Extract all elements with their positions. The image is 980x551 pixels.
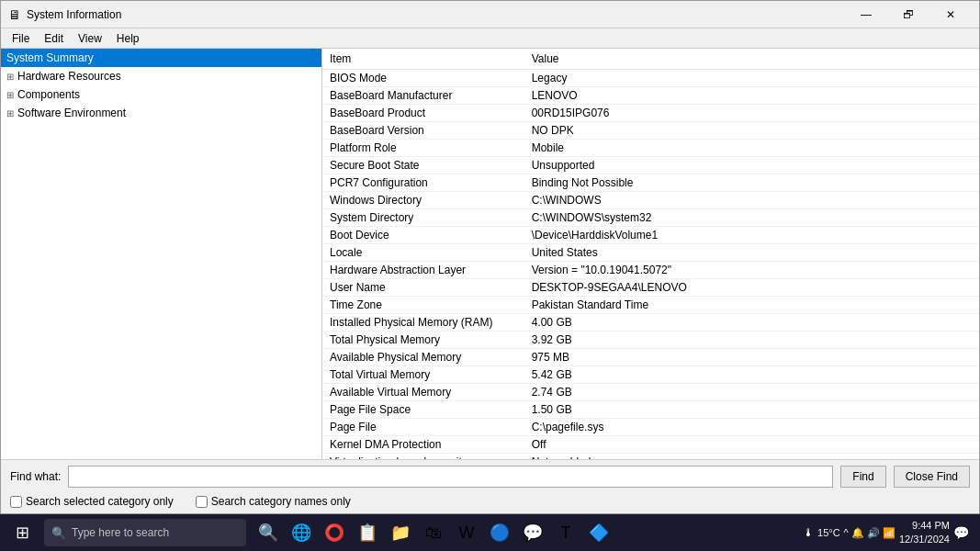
taskbar-app-chrome[interactable]: 🔵: [483, 514, 516, 551]
explorer-icon: 📁: [390, 523, 411, 543]
taskbar-time: 9:44 PM: [899, 519, 950, 533]
taskbar-app-store[interactable]: 🛍: [417, 514, 450, 551]
table-cell-item: Boot Device: [322, 227, 524, 244]
tree-item-software-environment[interactable]: ⊞Software Environment: [1, 104, 321, 122]
table-row: Total Physical Memory 3.92 GB: [322, 332, 979, 349]
opera-icon: ⭕: [324, 523, 344, 543]
taskbar-search[interactable]: 🔍 Type here to search: [44, 519, 246, 546]
taskbar-app-search[interactable]: 🔍: [252, 514, 285, 551]
taskbar-app-whatsapp[interactable]: 💬: [516, 514, 549, 551]
temperature-icon: 🌡: [803, 526, 814, 539]
find-input[interactable]: [68, 466, 833, 488]
title-bar: 🖥 System Information — 🗗 ✕: [1, 1, 979, 28]
right-panel: Item Value BIOS Mode Legacy BaseBoard Ma…: [322, 49, 979, 459]
table-cell-value: Mobile: [524, 140, 979, 157]
taskbar-app-app12[interactable]: 🔷: [582, 514, 615, 551]
tree-item-system-summary[interactable]: System Summary: [1, 49, 321, 67]
expand-icon: ⊞: [6, 108, 14, 118]
table-cell-value: Unsupported: [524, 157, 979, 174]
start-button[interactable]: ⊞: [4, 514, 40, 551]
find-bar: Find what: Find Close Find: [1, 459, 979, 493]
window-title: System Information: [27, 8, 845, 21]
close-find-button[interactable]: Close Find: [894, 466, 970, 488]
table-cell-item: BaseBoard Manufacturer: [322, 87, 524, 105]
windows-icon: ⊞: [16, 523, 29, 543]
minimize-button[interactable]: —: [845, 1, 887, 28]
taskbar-app-edge[interactable]: 🌐: [285, 514, 318, 551]
table-row: Kernel DMA Protection Off: [322, 436, 979, 454]
find-label: Find what:: [10, 470, 61, 483]
maximize-button[interactable]: 🗗: [887, 1, 929, 28]
table-cell-value: NO DPK: [524, 122, 979, 140]
table-row: System Directory C:\WINDOWS\system32: [322, 209, 979, 227]
taskbar-app-taskbar-app4[interactable]: 📋: [351, 514, 384, 551]
table-cell-item: Platform Role: [322, 140, 524, 157]
table-cell-item: Kernel DMA Protection: [322, 436, 524, 454]
temperature-text: 15°C: [817, 527, 840, 538]
search-selected-checkbox[interactable]: [10, 496, 22, 508]
table-row: Hardware Abstraction Layer Version = "10…: [322, 262, 979, 279]
taskbar-search-text: Type here to search: [72, 526, 169, 539]
table-cell-value: C:\WINDOWS\system32: [524, 209, 979, 227]
systray: 🌡 15°C ^ 🔔 🔊 📶: [803, 526, 896, 539]
table-cell-value: \Device\HarddiskVolume1: [524, 227, 979, 244]
table-row: Platform Role Mobile: [322, 140, 979, 157]
menu-item-view[interactable]: View: [71, 30, 109, 47]
table-cell-item: Available Virtual Memory: [322, 384, 524, 401]
table-cell-item: Secure Boot State: [322, 157, 524, 174]
search-category-names-option[interactable]: Search category names only: [196, 495, 351, 508]
table-cell-item: Hardware Abstraction Layer: [322, 262, 524, 279]
table-cell-value: C:\pagefile.sys: [524, 419, 979, 436]
main-content: System Summary⊞Hardware Resources⊞Compon…: [1, 49, 979, 459]
table-row: Page File C:\pagefile.sys: [322, 419, 979, 436]
table-cell-value: Pakistan Standard Time: [524, 297, 979, 314]
table-cell-item: System Directory: [322, 209, 524, 227]
taskbar-app-explorer[interactable]: 📁: [384, 514, 417, 551]
taskbar-apps: 🔍🌐⭕📋📁🛍W🔵💬T🔷: [252, 514, 615, 551]
table-row: BaseBoard Product 00RD15IPG076: [322, 105, 979, 122]
table-cell-item: BaseBoard Product: [322, 105, 524, 122]
app-icon: 🖥: [8, 7, 21, 22]
table-cell-value: United States: [524, 244, 979, 262]
tree-item-label: Components: [17, 88, 80, 101]
find-button[interactable]: Find: [840, 466, 885, 488]
data-table-container[interactable]: Item Value BIOS Mode Legacy BaseBoard Ma…: [322, 49, 979, 459]
table-cell-item: BIOS Mode: [322, 70, 524, 87]
taskbar-date: 12/31/2024: [899, 533, 950, 546]
taskbar-app-opera[interactable]: ⭕: [318, 514, 351, 551]
search-category-names-checkbox[interactable]: [196, 496, 208, 508]
app12-icon: 🔷: [589, 523, 609, 543]
tree-item-components[interactable]: ⊞Components: [1, 85, 321, 104]
table-cell-value: Legacy: [524, 70, 979, 87]
find-options: Search selected category only Search cat…: [1, 493, 979, 513]
table-row: BIOS Mode Legacy: [322, 70, 979, 87]
table-cell-value: Version = "10.0.19041.5072": [524, 262, 979, 279]
teams-icon: T: [561, 523, 571, 543]
taskbar-app-word[interactable]: W: [450, 514, 483, 551]
menu-bar: FileEditViewHelp: [1, 28, 979, 49]
window-controls: — 🗗 ✕: [845, 1, 972, 28]
menu-item-help[interactable]: Help: [109, 30, 147, 47]
tree-item-hardware-resources[interactable]: ⊞Hardware Resources: [1, 67, 321, 85]
store-icon: 🛍: [425, 523, 442, 543]
close-button[interactable]: ✕: [929, 1, 972, 28]
table-cell-item: Page File Space: [322, 401, 524, 419]
menu-item-edit[interactable]: Edit: [37, 30, 71, 47]
table-cell-value: DESKTOP-9SEGAA4\LENOVO: [524, 279, 979, 297]
table-row: Page File Space 1.50 GB: [322, 401, 979, 419]
table-cell-item: BaseBoard Version: [322, 122, 524, 140]
data-table: Item Value BIOS Mode Legacy BaseBoard Ma…: [322, 49, 979, 459]
table-row: Installed Physical Memory (RAM) 4.00 GB: [322, 314, 979, 332]
table-row: Total Virtual Memory 5.42 GB: [322, 366, 979, 384]
table-row: PCR7 Configuration Binding Not Possible: [322, 174, 979, 192]
taskbar-app-teams[interactable]: T: [549, 514, 582, 551]
search-selected-option[interactable]: Search selected category only: [10, 495, 174, 508]
table-row: Secure Boot State Unsupported: [322, 157, 979, 174]
edge-icon: 🌐: [291, 523, 311, 543]
search-category-names-label: Search category names only: [211, 495, 351, 508]
taskbar-app4-icon: 📋: [357, 523, 377, 543]
table-cell-value: Binding Not Possible: [524, 174, 979, 192]
taskbar-datetime: 9:44 PM 12/31/2024: [899, 519, 950, 547]
table-cell-value: 5.42 GB: [524, 366, 979, 384]
menu-item-file[interactable]: File: [5, 30, 37, 47]
